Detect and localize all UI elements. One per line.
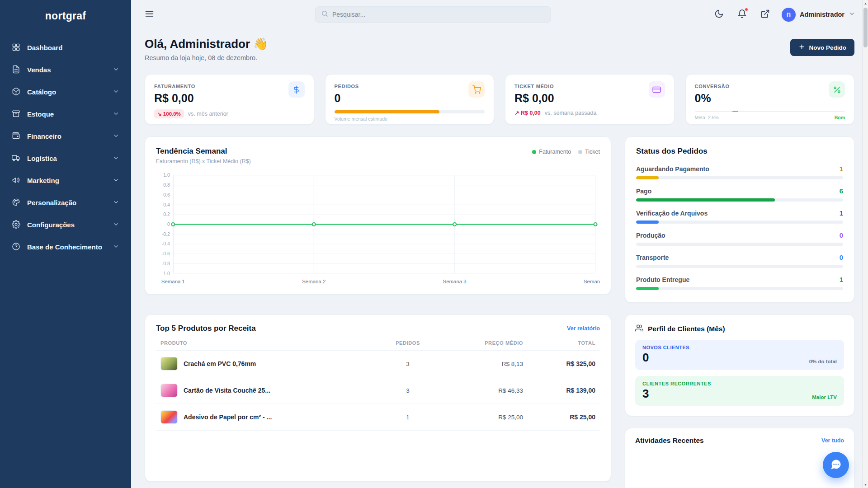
- order-status-card: Status dos Pedidos Aguardando Pagamento …: [625, 136, 854, 303]
- conversion-track: [695, 111, 845, 112]
- product-orders: 1: [378, 414, 437, 421]
- dollar-icon: [288, 81, 305, 98]
- conversion-meta-marker: [732, 111, 738, 112]
- top-products-title: Top 5 Produtos por Receita: [156, 324, 256, 333]
- stat-note: Volume mensal estimado: [335, 116, 485, 122]
- product-name: Adesivo de Papel por cm² - ...: [184, 413, 272, 421]
- hamburger-menu-button[interactable]: [143, 7, 156, 22]
- sidebar-item-base-de-conhecimento[interactable]: Base de Conhecimento: [0, 236, 131, 258]
- chevron-down-icon: [113, 88, 119, 96]
- top-products-card: Top 5 Produtos por Receita Ver relatório…: [145, 314, 611, 482]
- stat-label: FATURAMENTO: [154, 84, 195, 89]
- stat-label: TICKET MÉDIO: [514, 84, 554, 89]
- status-value: 0: [840, 231, 843, 239]
- search-input[interactable]: [332, 11, 545, 18]
- sidebar-item-label: Marketing: [27, 177, 59, 184]
- status-value: 6: [840, 187, 843, 195]
- view-report-link[interactable]: Ver relatório: [567, 325, 600, 332]
- chevron-down-icon: [113, 66, 119, 74]
- user-menu[interactable]: n Administrador: [782, 8, 855, 22]
- status-item-produto-entregue: Produto Entregue 1: [636, 276, 843, 290]
- sidebar-item-configuracoes[interactable]: Configurações: [0, 214, 131, 236]
- notifications-button[interactable]: [736, 7, 749, 22]
- scrollbar-thumb[interactable]: [863, 8, 868, 47]
- svg-text:Semana 2: Semana 2: [302, 279, 326, 284]
- product-name: Crachá em PVC 0,76mm: [184, 360, 256, 367]
- open-store-button[interactable]: [759, 7, 772, 22]
- sidebar-item-label: Vendas: [27, 66, 51, 74]
- avatar: n: [782, 8, 796, 22]
- sidebar-item-label: Personalização: [27, 199, 76, 206]
- products-table: PRODUTO PEDIDOS PREÇO MÉDIO TOTAL Crachá…: [156, 340, 600, 431]
- search-bar[interactable]: [315, 6, 551, 23]
- status-label: Produção: [636, 232, 665, 239]
- search-icon: [321, 10, 328, 19]
- trend-badge-value: 100.0%: [163, 111, 181, 117]
- status-item-aguardando-pagamento: Aguardando Pagamento 1: [636, 165, 843, 179]
- chevron-down-icon: [113, 110, 119, 118]
- stat-card-conversao: CONVERSÃO 0% Meta: 2.5% Bom: [685, 74, 855, 125]
- dark-mode-toggle[interactable]: [712, 7, 726, 22]
- status-item-verificacao-de-arquivos: Verificação de Arquivos 1: [636, 209, 843, 224]
- product-orders: 3: [378, 361, 437, 367]
- topbar-actions: n Administrador: [712, 7, 855, 22]
- svg-text:Semana 4: Semana 4: [584, 279, 600, 284]
- recent-activity-card: Atividades Recentes Ver tudo: [625, 428, 854, 488]
- status-bar-track: [636, 221, 843, 224]
- product-row[interactable]: Crachá em PVC 0,76mm 3 R$ 8,13 R$ 325,00: [156, 351, 600, 377]
- scrollbar-up-arrow[interactable]: ▲: [863, 0, 868, 7]
- gear-icon: [12, 220, 20, 230]
- recurring-customers-box: CLIENTES RECORRENTES 3 Maior LTV: [635, 376, 844, 406]
- sidebar-item-label: Dashboard: [27, 44, 62, 52]
- trend-chart-svg: 1.00.80.60.40.20-0.2-0.4-0.6-0.8-1.0Sema…: [156, 171, 600, 287]
- svg-text:-0.2: -0.2: [162, 232, 170, 237]
- status-label: Produto Entregue: [636, 276, 689, 283]
- chevron-down-icon: [113, 243, 119, 251]
- column-header-total: TOTAL: [523, 340, 595, 346]
- column-header-pedidos: PEDIDOS: [378, 340, 437, 346]
- sidebar-item-marketing[interactable]: Marketing: [0, 169, 131, 192]
- help-circle-icon: [12, 242, 20, 252]
- stat-value: R$ 0,00: [514, 92, 554, 105]
- sidebar-item-estoque[interactable]: Estoque: [0, 103, 131, 125]
- status-bar-track: [636, 198, 843, 202]
- sidebar-item-personalizacao[interactable]: Personalização: [0, 192, 131, 214]
- svg-text:1.0: 1.0: [163, 173, 170, 178]
- legend-item-faturamento: Faturamento: [532, 149, 571, 155]
- stat-card-ticket-medio: TICKET MÉDIO R$ 0,00 ↗ R$ 0,00 vs. seman…: [505, 74, 675, 125]
- plus-icon: [798, 43, 805, 52]
- view-all-link[interactable]: Ver tudo: [821, 437, 844, 444]
- greeting-section: Olá, Administrador 👋 Resumo da loja hoje…: [145, 37, 854, 61]
- status-item-transporte: Transporte 0: [636, 253, 843, 268]
- sidebar-item-logistica[interactable]: Logística: [0, 147, 131, 169]
- product-row[interactable]: Adesivo de Papel por cm² - ... 1 R$ 25,0…: [156, 404, 600, 431]
- legend-dot: [532, 150, 536, 154]
- new-customers-label: NOVOS CLIENTES: [642, 345, 837, 350]
- sidebar-item-catalogo[interactable]: Catálogo: [0, 81, 131, 103]
- page-title: Olá, Administrador 👋: [145, 37, 268, 51]
- scrollbar-down-arrow[interactable]: ▼: [863, 481, 868, 488]
- chevron-down-icon: [113, 155, 119, 163]
- chat-fab-button[interactable]: [823, 452, 849, 478]
- bottom-row: Top 5 Produtos por Receita Ver relatório…: [145, 314, 854, 488]
- trend-value: R$ 0,00: [521, 110, 541, 116]
- recurring-customers-label: CLIENTES RECORRENTES: [642, 381, 837, 386]
- new-order-button[interactable]: Novo Pedido: [790, 39, 854, 56]
- trend-text: ↗ R$ 0,00: [514, 109, 541, 116]
- conversion-rating: Bom: [835, 115, 845, 120]
- recent-activity-title: Atividades Recentes: [635, 436, 704, 445]
- stat-value: R$ 0,00: [154, 92, 195, 105]
- legend-item-ticket: Ticket: [578, 149, 600, 155]
- palette-icon: [12, 198, 20, 208]
- orders-progress-fill: [335, 110, 440, 113]
- sidebar-item-financeiro[interactable]: Financeiro: [0, 125, 131, 147]
- svg-text:0.2: 0.2: [163, 212, 170, 217]
- sidebar-item-label: Base de Conhecimento: [27, 243, 102, 251]
- grid-icon: [12, 43, 20, 53]
- sidebar-item-dashboard[interactable]: Dashboard: [0, 37, 131, 59]
- sidebar-item-vendas[interactable]: Vendas: [0, 59, 131, 81]
- product-row[interactable]: Cartão de Visita Couchê 25... 3 R$ 46,33…: [156, 377, 600, 404]
- product-total: R$ 139,00: [523, 387, 595, 394]
- svg-text:0.4: 0.4: [163, 202, 170, 207]
- product-total: R$ 25,00: [523, 413, 595, 421]
